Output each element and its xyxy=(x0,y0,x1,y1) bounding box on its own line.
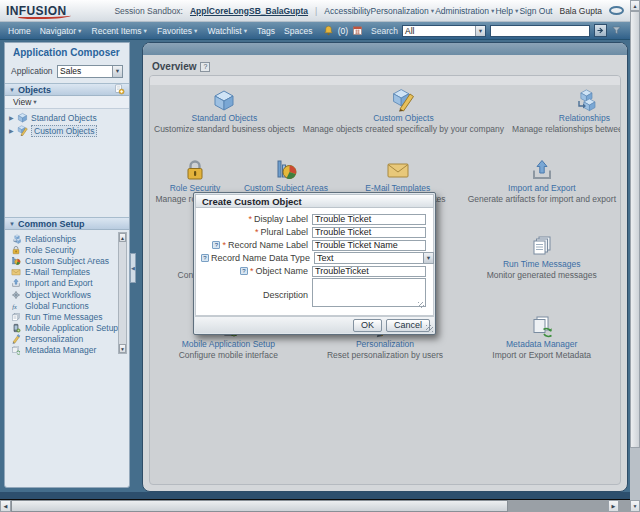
chevron-down-icon[interactable]: ▼ xyxy=(112,66,122,77)
common-setup-item[interactable]: Personalization xyxy=(11,334,129,345)
menu-item[interactable]: Home▼ xyxy=(8,26,31,36)
chevron-down-icon: ▼ xyxy=(193,28,198,34)
application-label: Application xyxy=(11,66,57,76)
user-name: Bala Gupta xyxy=(559,6,602,16)
text-field[interactable] xyxy=(312,266,426,277)
field-help-icon[interactable]: ? xyxy=(212,241,220,249)
text-field[interactable] xyxy=(312,227,426,238)
envelope-icon xyxy=(386,158,410,182)
dropdown-field[interactable]: Text ▼ xyxy=(314,252,434,264)
horizontal-scrollbar[interactable]: ◀ ▶ xyxy=(0,500,630,512)
field-help-icon[interactable]: ? xyxy=(201,254,209,262)
scroll-up-icon[interactable]: ▲ xyxy=(119,233,126,242)
menu-item[interactable]: Favorites▼ xyxy=(157,26,198,36)
chevron-down-icon[interactable]: ▼ xyxy=(475,26,485,36)
cubes-two-icon xyxy=(11,234,21,244)
resize-grip[interactable] xyxy=(418,302,424,308)
objects-panel-header[interactable]: ▼ Objects xyxy=(5,83,129,96)
common-setup-item[interactable]: Relationships xyxy=(11,233,129,244)
region-header-band xyxy=(143,43,627,55)
utility-link[interactable]: Sign Out▼ xyxy=(519,6,552,16)
menu-item[interactable]: Watchlist▼ xyxy=(207,26,248,36)
application-composer-window: INFUSION Session Sandbox: ApplCoreLongSB… xyxy=(0,0,640,512)
view-menu[interactable]: View ▼ xyxy=(5,96,129,109)
docs-stack-icon xyxy=(530,234,554,258)
search-go-button[interactable] xyxy=(594,24,607,37)
description-textarea[interactable] xyxy=(312,278,426,307)
common-setup-item[interactable]: Metadata Manager xyxy=(11,345,129,356)
dialog-title[interactable]: Create Custom Object xyxy=(195,194,434,208)
advanced-search-icon[interactable] xyxy=(611,25,622,36)
common-setup-item[interactable]: E-Mail Templates xyxy=(11,267,129,278)
common-setup-item[interactable]: Custom Subject Areas xyxy=(11,255,129,266)
dialog-resize-grip[interactable] xyxy=(426,325,433,332)
application-select[interactable]: Sales ▼ xyxy=(57,65,123,78)
pane-splitter-handle[interactable]: ◀ xyxy=(130,253,136,283)
calendar-icon[interactable] xyxy=(352,25,363,36)
overview-item: Custom Objects Manage objects created sp… xyxy=(299,88,508,134)
collapse-icon[interactable]: ▼ xyxy=(9,221,15,227)
search-label: Search xyxy=(371,26,398,36)
new-object-icon[interactable] xyxy=(114,84,125,95)
chart-pie-icon xyxy=(11,256,21,266)
utility-link[interactable]: Personalization▼ xyxy=(371,6,436,16)
menu-item[interactable]: Navigator▼ xyxy=(40,26,83,36)
dialog-form: ? * Display Label Trouble Ticket ▼ xyxy=(195,208,434,316)
common-setup-item[interactable]: Object Workflows xyxy=(11,289,129,300)
common-setup-item[interactable]: Import and Export xyxy=(11,278,129,289)
text-field[interactable] xyxy=(312,240,426,251)
docs-sync-icon xyxy=(530,314,554,338)
scroll-down-icon[interactable]: ▼ xyxy=(630,500,640,512)
collapse-icon[interactable]: ▼ xyxy=(9,87,15,93)
cancel-button[interactable]: Cancel xyxy=(386,319,430,332)
notifications-bell-icon[interactable] xyxy=(323,25,334,36)
search-scope-select[interactable]: All ▼ xyxy=(402,25,486,37)
scroll-down-icon[interactable]: ▼ xyxy=(119,344,126,353)
chevron-down-icon: ▼ xyxy=(32,99,37,105)
chevron-down-icon: ▼ xyxy=(243,28,248,34)
common-setup-item[interactable]: fx Global Functions xyxy=(11,300,129,311)
session-sandbox-link[interactable]: ApplCoreLongSB_BalaGupta xyxy=(190,6,308,16)
field-help-icon[interactable]: ? xyxy=(240,267,248,275)
common-setup-scrollbar[interactable]: ▲ ▼ xyxy=(118,232,127,354)
pane-title: Application Composer xyxy=(5,43,129,63)
common-setup-panel-header[interactable]: ▼ Common Setup xyxy=(5,217,129,230)
expand-icon[interactable]: ▶ xyxy=(9,114,17,121)
form-row: ? * Display Label Trouble Ticket ▼ xyxy=(201,213,426,225)
help-icon[interactable]: ? xyxy=(200,62,210,72)
infusion-logo: INFUSION xyxy=(6,4,73,18)
cube-pencil-icon xyxy=(17,125,28,136)
common-setup-item[interactable]: Run Time Messages xyxy=(11,311,129,322)
field-label: Record Name Label xyxy=(228,240,308,250)
scroll-left-icon[interactable]: ◀ xyxy=(0,500,11,512)
scroll-up-icon[interactable]: ▲ xyxy=(630,0,640,11)
utility-link[interactable]: Help▼ xyxy=(495,6,519,16)
menu-item[interactable]: Tags▼ xyxy=(257,26,275,36)
upload-icon xyxy=(530,158,554,182)
vertical-scroll-thumb[interactable] xyxy=(630,11,640,448)
chevron-down-icon[interactable]: ▼ xyxy=(423,253,433,263)
cube-icon xyxy=(17,112,28,123)
scroll-right-icon[interactable]: ▶ xyxy=(608,500,619,512)
utility-link[interactable]: Accessibility▼ xyxy=(324,6,370,16)
common-setup-item[interactable]: Mobile Application Setup xyxy=(11,323,129,334)
docs-sync-icon xyxy=(11,345,21,355)
notification-count: (0) xyxy=(338,26,348,36)
tree-item[interactable]: ▶ Standard Objects xyxy=(5,111,129,124)
ok-button[interactable]: OK xyxy=(353,319,382,332)
common-setup-item[interactable]: Role Security xyxy=(11,244,129,255)
field-label: Object Name xyxy=(255,266,308,276)
menu-item[interactable]: Spaces▼ xyxy=(284,26,312,36)
cubes-two-icon xyxy=(572,88,596,112)
horizontal-scroll-thumb[interactable] xyxy=(11,500,508,512)
utility-link[interactable]: Administration▼ xyxy=(435,6,495,16)
search-input[interactable] xyxy=(490,25,590,37)
chevron-down-icon: ▼ xyxy=(77,28,82,34)
expand-icon[interactable]: ▶ xyxy=(9,127,17,134)
overview-item: Metadata Manager Import or Export Metada… xyxy=(463,314,620,360)
vertical-scrollbar[interactable]: ▲ ▼ xyxy=(630,0,640,512)
tree-item[interactable]: ▶ Custom Objects xyxy=(5,124,129,137)
workflow-icon xyxy=(11,290,21,300)
text-field[interactable] xyxy=(312,214,426,225)
menu-item[interactable]: Recent Items▼ xyxy=(92,26,149,36)
